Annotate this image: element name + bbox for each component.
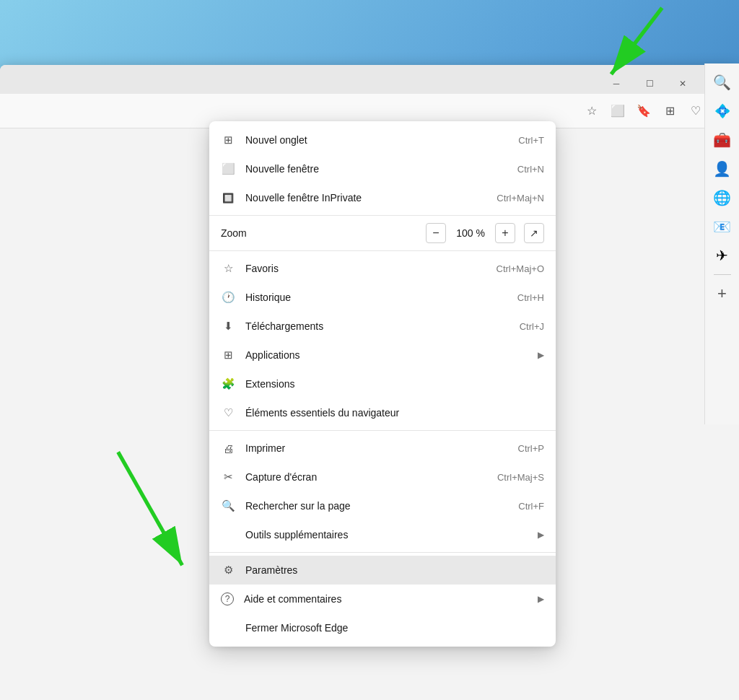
menu-item-more-tools[interactable]: Outils supplémentaires ▶ (209, 520, 556, 549)
zoom-value: 100 % (455, 227, 486, 239)
zoom-minus-button[interactable]: − (426, 223, 446, 243)
menu-item-downloads[interactable]: ⬇ Téléchargements Ctrl+J (209, 312, 556, 341)
menu-item-screenshot[interactable]: ✂ Capture d'écran Ctrl+Maj+S (209, 463, 556, 491)
new-private-label: Nouvelle fenêtre InPrivate (245, 192, 491, 204)
menu-item-extensions[interactable]: 🧩 Extensions (209, 369, 556, 398)
sidebar-search[interactable]: 🔍 (709, 69, 735, 95)
new-window-icon: ⬜ (221, 162, 235, 176)
find-icon: 🔍 (221, 499, 235, 513)
menu-item-favorites[interactable]: ☆ Favoris Ctrl+Maj+O (209, 254, 556, 283)
menu-item-new-private[interactable]: 🔲 Nouvelle fenêtre InPrivate Ctrl+Maj+N (209, 183, 556, 212)
split-screen-button[interactable]: ⬜ (606, 100, 629, 123)
print-label: Imprimer (245, 442, 512, 454)
zoom-row: Zoom − 100 % + ↗ (209, 219, 556, 248)
sidebar-toolbox[interactable]: 🧰 (709, 127, 735, 153)
screenshot-icon: ✂ (221, 470, 235, 484)
new-tab-shortcut: Ctrl+T (518, 135, 544, 146)
settings-icon: ⚙ (221, 563, 235, 577)
settings-label: Paramètres (245, 564, 544, 576)
sidebar-edge[interactable]: 🌐 (709, 185, 735, 211)
menu-item-help[interactable]: ? Aide et commentaires ▶ (209, 585, 556, 613)
menu-item-close-edge[interactable]: Fermer Microsoft Edge (209, 613, 556, 642)
menu-item-new-tab[interactable]: ⊞ Nouvel onglet Ctrl+T (209, 126, 556, 154)
dropdown-menu: ⊞ Nouvel onglet Ctrl+T ⬜ Nouvelle fenêtr… (209, 121, 556, 647)
history-icon: 🕐 (221, 290, 235, 305)
separator-4 (209, 552, 556, 553)
downloads-icon: ⬇ (221, 319, 235, 333)
new-window-shortcut: Ctrl+N (517, 164, 544, 175)
downloads-shortcut: Ctrl+J (520, 321, 544, 332)
separator-3 (209, 430, 556, 431)
zoom-plus-button[interactable]: + (495, 223, 515, 243)
edge-sidebar: 🔍 💠 🧰 👤 🌐 📧 ✈ + (704, 64, 739, 424)
separator-2 (209, 250, 556, 251)
menu-item-browser-essentials[interactable]: ♡ Éléments essentiels du navigateur (209, 398, 556, 427)
more-tools-icon (221, 528, 235, 542)
separator-1 (209, 215, 556, 216)
favorites-label: Favoris (245, 263, 491, 274)
screenshot-shortcut: Ctrl+Maj+S (497, 472, 544, 483)
close-edge-icon (221, 621, 235, 635)
menu-item-settings[interactable]: ⚙ Paramètres (209, 556, 556, 585)
screenshot-label: Capture d'écran (245, 471, 491, 483)
new-window-label: Nouvelle fenêtre (245, 163, 512, 175)
new-private-shortcut: Ctrl+Maj+N (497, 193, 544, 204)
sidebar-collections[interactable]: 💠 (709, 98, 735, 124)
history-shortcut: Ctrl+H (517, 292, 544, 303)
maximize-button[interactable]: ☐ (633, 72, 666, 95)
favorites-bar-button[interactable]: 🔖 (632, 100, 655, 123)
applications-arrow: ▶ (538, 350, 544, 360)
collections-button[interactable]: ⊞ (658, 100, 681, 123)
applications-icon: ⊞ (221, 348, 235, 362)
sidebar-outlook[interactable]: 📧 (709, 214, 735, 240)
menu-item-print[interactable]: 🖨 Imprimer Ctrl+P (209, 434, 556, 463)
extensions-icon: 🧩 (221, 377, 235, 391)
new-tab-icon: ⊞ (221, 133, 235, 147)
more-tools-label: Outils supplémentaires (245, 529, 532, 541)
minimize-button[interactable]: ─ (600, 72, 633, 95)
help-arrow: ▶ (538, 594, 544, 604)
menu-item-applications[interactable]: ⊞ Applications ▶ (209, 341, 556, 369)
menu-item-find[interactable]: 🔍 Rechercher sur la page Ctrl+F (209, 491, 556, 520)
print-icon: 🖨 (221, 441, 235, 455)
sidebar-personas[interactable]: 👤 (709, 156, 735, 182)
help-label: Aide et commentaires (244, 593, 532, 605)
new-tab-label: Nouvel onglet (245, 134, 512, 146)
find-label: Rechercher sur la page (245, 500, 512, 512)
close-button[interactable]: ✕ (666, 72, 699, 95)
zoom-label: Zoom (221, 227, 426, 239)
menu-item-new-window[interactable]: ⬜ Nouvelle fenêtre Ctrl+N (209, 154, 556, 183)
print-shortcut: Ctrl+P (518, 443, 544, 454)
find-shortcut: Ctrl+F (518, 501, 544, 512)
new-private-icon: 🔲 (221, 191, 235, 205)
help-icon: ? (221, 592, 234, 605)
applications-label: Applications (245, 349, 532, 361)
browser-essentials-icon: ♡ (221, 406, 235, 420)
window-controls: ─ ☐ ✕ (600, 72, 699, 95)
favorites-shortcut: Ctrl+Maj+O (497, 263, 544, 274)
sidebar-divider (714, 274, 731, 275)
zoom-expand-button[interactable]: ↗ (524, 223, 544, 243)
extensions-label: Extensions (245, 378, 544, 390)
more-tools-arrow: ▶ (538, 530, 544, 540)
favorite-button[interactable]: ☆ (580, 100, 603, 123)
zoom-controls: − 100 % + ↗ (426, 223, 544, 243)
browser-essentials-label: Éléments essentiels du navigateur (245, 407, 544, 419)
sidebar-add-button[interactable]: + (709, 281, 735, 307)
downloads-label: Téléchargements (245, 320, 514, 332)
favorites-icon: ☆ (221, 261, 235, 276)
history-label: Historique (245, 292, 512, 303)
menu-item-history[interactable]: 🕐 Historique Ctrl+H (209, 283, 556, 312)
close-edge-label: Fermer Microsoft Edge (245, 622, 544, 634)
sidebar-telegram[interactable]: ✈ (709, 242, 735, 268)
